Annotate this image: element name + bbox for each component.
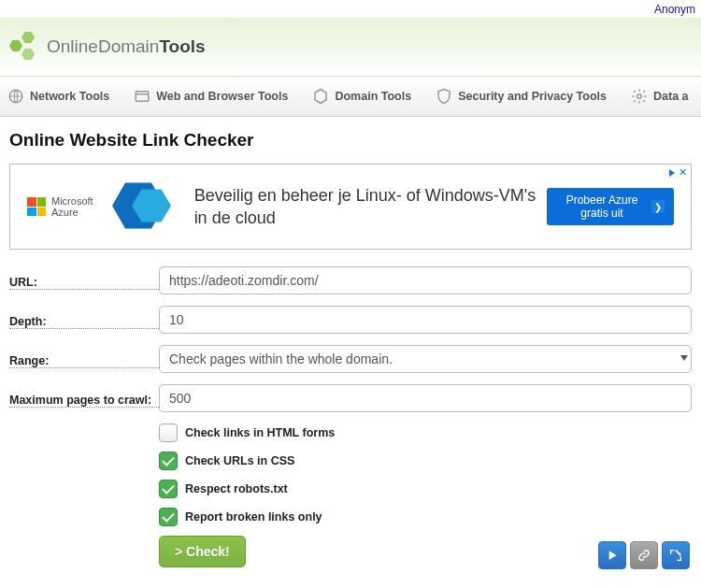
svg-point-2	[637, 94, 642, 99]
max-pages-input[interactable]	[159, 384, 692, 412]
check-button[interactable]: > Check!	[159, 536, 246, 567]
hexagon-icon	[312, 88, 329, 105]
logo-icon	[9, 32, 39, 62]
depth-input[interactable]	[159, 306, 692, 334]
nav-data-tools[interactable]: Data a	[631, 88, 689, 105]
link-button[interactable]	[630, 541, 658, 569]
url-input[interactable]	[159, 266, 692, 294]
checkbox-css-urls-label: Check URLs in CSS	[185, 454, 294, 467]
depth-label: Depth:	[9, 310, 159, 329]
ad-copy: Beveilig en beheer je Linux- of Windows-…	[194, 184, 547, 230]
browser-icon	[134, 88, 150, 105]
anon-link[interactable]: Anonym	[654, 3, 695, 16]
nav-web-browser-tools[interactable]: Web and Browser Tools	[134, 88, 288, 105]
gear-icon	[631, 88, 648, 105]
checkbox-html-forms-label: Check links in HTML forms	[185, 426, 335, 439]
ad-banner[interactable]: ✕ Microsoft Azure Beveilig en beheer je …	[9, 164, 692, 250]
checkbox-broken-only[interactable]	[159, 508, 178, 526]
checkbox-robots[interactable]	[159, 480, 178, 498]
adchoices-icon[interactable]	[669, 169, 675, 177]
ad-graphic-icon	[112, 173, 178, 241]
url-label: URL:	[9, 271, 159, 290]
nav-domain-tools[interactable]: Domain Tools	[312, 88, 411, 105]
checkbox-html-forms[interactable]	[159, 423, 178, 442]
range-label: Range:	[9, 350, 159, 368]
ad-close-controls[interactable]: ✕	[669, 166, 687, 179]
checkbox-broken-only-label: Report broken links only	[185, 510, 322, 523]
ad-brand: Microsoft Azure	[27, 195, 93, 218]
play-button[interactable]	[598, 541, 626, 569]
nav-security-tools[interactable]: Security and Privacy Tools	[436, 88, 607, 105]
nav-network-tools[interactable]: Network Tools	[7, 88, 109, 105]
range-select[interactable]: Check pages within the whole domain.	[159, 345, 692, 373]
globe-icon	[7, 88, 24, 105]
page-title: Online Website Link Checker	[9, 130, 692, 151]
share-button[interactable]	[662, 541, 690, 569]
chevron-right-icon: ❯	[651, 200, 665, 213]
header: OnlineDomainTools	[0, 18, 701, 76]
checkbox-robots-label: Respect robots.txt	[185, 482, 288, 495]
nav-bar: Network Tools Web and Browser Tools Doma…	[0, 76, 701, 117]
logo-text: OnlineDomainTools	[47, 36, 206, 57]
shield-icon	[436, 88, 452, 105]
microsoft-logo-icon	[27, 197, 46, 216]
svg-rect-1	[136, 92, 149, 102]
ad-cta-button[interactable]: Probeer Azure gratis uit ❯	[547, 188, 674, 225]
checkbox-css-urls[interactable]	[159, 452, 178, 470]
close-icon[interactable]: ✕	[679, 166, 687, 179]
max-pages-label: Maximum pages to crawl:	[9, 389, 159, 408]
